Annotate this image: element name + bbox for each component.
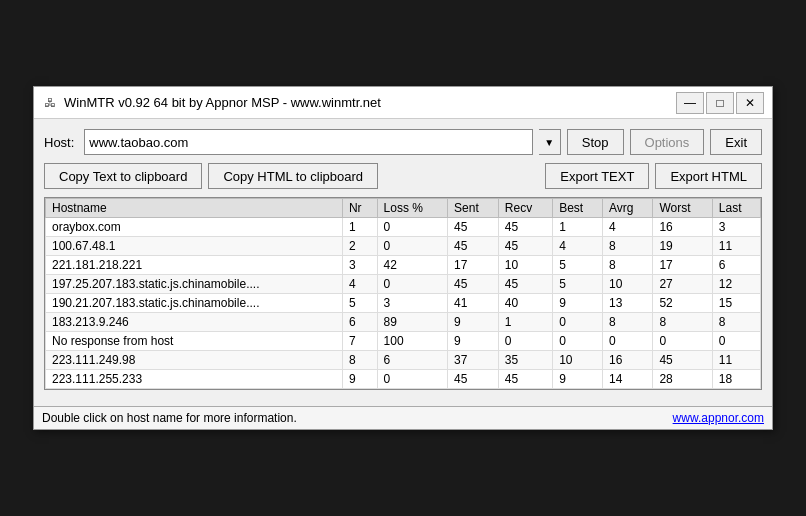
- table-cell: 16: [653, 218, 712, 237]
- table-cell: 8: [602, 313, 652, 332]
- table-row[interactable]: 223.111.255.2339045459142818: [46, 370, 761, 389]
- table-cell: 10: [602, 275, 652, 294]
- table-cell: 1: [342, 218, 377, 237]
- export-group: Export TEXT Export HTML: [545, 163, 762, 189]
- table-cell: oraybox.com: [46, 218, 343, 237]
- export-html-button[interactable]: Export HTML: [655, 163, 762, 189]
- titlebar: 🖧 WinMTR v0.92 64 bit by Appnor MSP - ww…: [34, 87, 772, 119]
- table-header-cell: Nr: [342, 199, 377, 218]
- table-header-cell: Hostname: [46, 199, 343, 218]
- table-row[interactable]: 221.181.218.221342171058176: [46, 256, 761, 275]
- statusbar-link[interactable]: www.appnor.com: [673, 411, 764, 425]
- table-header-cell: Avrg: [602, 199, 652, 218]
- table-cell: 223.111.249.98: [46, 351, 343, 370]
- table-cell: 0: [377, 218, 448, 237]
- host-label: Host:: [44, 135, 78, 150]
- table-row[interactable]: No response from host7100900000: [46, 332, 761, 351]
- table-row[interactable]: 100.67.48.1204545481911: [46, 237, 761, 256]
- table-cell: 6: [712, 256, 760, 275]
- table-cell: 14: [602, 370, 652, 389]
- table-cell: 0: [553, 313, 603, 332]
- table-cell: 45: [448, 275, 499, 294]
- table-cell: 10: [498, 256, 552, 275]
- table-cell: 17: [448, 256, 499, 275]
- table-cell: 35: [498, 351, 552, 370]
- table-row[interactable]: 183.213.9.246689910888: [46, 313, 761, 332]
- stop-button[interactable]: Stop: [567, 129, 624, 155]
- export-text-button[interactable]: Export TEXT: [545, 163, 649, 189]
- table-cell: 3: [342, 256, 377, 275]
- table-cell: 4: [602, 218, 652, 237]
- table-cell: 7: [342, 332, 377, 351]
- table-cell: 13: [602, 294, 652, 313]
- table-cell: 0: [602, 332, 652, 351]
- table-cell: 0: [377, 370, 448, 389]
- table-cell: 100.67.48.1: [46, 237, 343, 256]
- table-cell: 12: [712, 275, 760, 294]
- table-cell: 221.181.218.221: [46, 256, 343, 275]
- table-cell: 5: [342, 294, 377, 313]
- table-row[interactable]: 190.21.207.183.static.js.chinamobile....…: [46, 294, 761, 313]
- results-table: HostnameNrLoss %SentRecvBestAvrgWorstLas…: [45, 198, 761, 389]
- table-cell: 11: [712, 237, 760, 256]
- table-cell: 1: [553, 218, 603, 237]
- table-cell: 8: [712, 313, 760, 332]
- table-cell: 52: [653, 294, 712, 313]
- table-cell: 11: [712, 351, 760, 370]
- table-cell: 18: [712, 370, 760, 389]
- table-cell: 4: [553, 237, 603, 256]
- table-header-cell: Best: [553, 199, 603, 218]
- table-cell: 223.111.255.233: [46, 370, 343, 389]
- table-cell: 8: [342, 351, 377, 370]
- close-button[interactable]: ✕: [736, 92, 764, 114]
- table-cell: 4: [342, 275, 377, 294]
- table-row[interactable]: 197.25.207.183.static.js.chinamobile....…: [46, 275, 761, 294]
- table-cell: 45: [498, 275, 552, 294]
- host-dropdown-button[interactable]: ▼: [539, 129, 561, 155]
- table-row[interactable]: oraybox.com10454514163: [46, 218, 761, 237]
- table-header-cell: Loss %: [377, 199, 448, 218]
- table-cell: 45: [498, 370, 552, 389]
- table-cell: 19: [653, 237, 712, 256]
- table-cell: 45: [448, 218, 499, 237]
- table-cell: 6: [377, 351, 448, 370]
- table-cell: 5: [553, 275, 603, 294]
- table-body: oraybox.com10454514163100.67.48.12045454…: [46, 218, 761, 389]
- host-input[interactable]: [84, 129, 532, 155]
- table-cell: 45: [498, 237, 552, 256]
- clipboard-row: Copy Text to clipboard Copy HTML to clip…: [44, 163, 762, 189]
- table-cell: 45: [448, 370, 499, 389]
- table-cell: 6: [342, 313, 377, 332]
- copy-text-button[interactable]: Copy Text to clipboard: [44, 163, 202, 189]
- table-cell: 0: [498, 332, 552, 351]
- app-icon: 🖧: [42, 95, 58, 111]
- main-window: 🖧 WinMTR v0.92 64 bit by Appnor MSP - ww…: [33, 86, 773, 430]
- exit-button[interactable]: Exit: [710, 129, 762, 155]
- table-cell: 0: [553, 332, 603, 351]
- window-title: WinMTR v0.92 64 bit by Appnor MSP - www.…: [64, 95, 676, 110]
- table-cell: 2: [342, 237, 377, 256]
- table-cell: 3: [377, 294, 448, 313]
- table-cell: 0: [377, 275, 448, 294]
- table-cell: 15: [712, 294, 760, 313]
- results-table-container: HostnameNrLoss %SentRecvBestAvrgWorstLas…: [44, 197, 762, 390]
- table-cell: 9: [342, 370, 377, 389]
- table-cell: 40: [498, 294, 552, 313]
- table-cell: 89: [377, 313, 448, 332]
- table-header-cell: Worst: [653, 199, 712, 218]
- copy-html-button[interactable]: Copy HTML to clipboard: [208, 163, 378, 189]
- table-cell: 0: [653, 332, 712, 351]
- table-cell: 17: [653, 256, 712, 275]
- table-cell: 190.21.207.183.static.js.chinamobile....: [46, 294, 343, 313]
- table-cell: 45: [498, 218, 552, 237]
- table-row[interactable]: 223.111.249.9886373510164511: [46, 351, 761, 370]
- table-cell: 42: [377, 256, 448, 275]
- minimize-button[interactable]: —: [676, 92, 704, 114]
- options-button[interactable]: Options: [630, 129, 705, 155]
- table-cell: No response from host: [46, 332, 343, 351]
- table-header-cell: Last: [712, 199, 760, 218]
- maximize-button[interactable]: □: [706, 92, 734, 114]
- host-row: Host: ▼ Stop Options Exit: [44, 129, 762, 155]
- content-area: Host: ▼ Stop Options Exit Copy Text to c…: [34, 119, 772, 406]
- table-cell: 183.213.9.246: [46, 313, 343, 332]
